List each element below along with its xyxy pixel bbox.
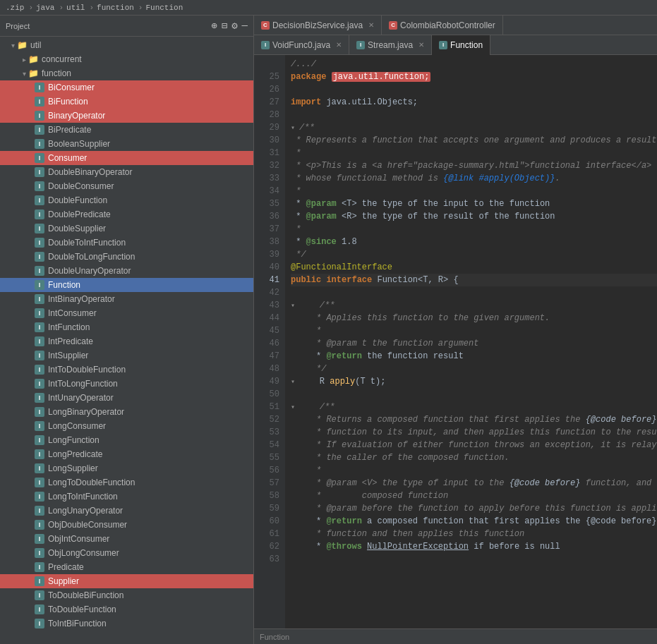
sidebar-item-DoubleSupplier[interactable]: IDoubleSupplier — [0, 221, 253, 236]
sidebar-item-label-Function: Function — [48, 280, 80, 290]
add-icon[interactable]: ⊕ — [211, 20, 217, 32]
sidebar-item-IntPredicate[interactable]: IIntPredicate — [0, 334, 253, 348]
sidebar-item-BiConsumer[interactable]: IBiConsumer — [0, 80, 253, 95]
sidebar-item-IntBinaryOperator[interactable]: IIntBinaryOperator — [0, 292, 253, 306]
sidebar-item-IntUnaryOperator[interactable]: IIntUnaryOperator — [0, 391, 253, 405]
sidebar-item-LongSupplier[interactable]: ILongSupplier — [0, 461, 253, 475]
sidebar-item-Predicate[interactable]: IPredicate — [0, 560, 253, 574]
sidebar-item-IntSupplier[interactable]: IIntSupplier — [0, 348, 253, 363]
title-function: function — [97, 4, 134, 12]
tab-icon-i1: I — [261, 41, 270, 49]
fold-icon[interactable]: ▾ — [291, 403, 299, 411]
icon-interface: I — [34, 519, 45, 530]
sidebar-item-DoublePredicate[interactable]: IDoublePredicate — [0, 207, 253, 221]
tab-icon-c: C — [261, 21, 270, 30]
icon-interface: I — [34, 505, 45, 516]
sidebar-item-label-IntConsumer: IntConsumer — [48, 308, 97, 318]
sidebar-item-IntToDoubleFunction[interactable]: IIntToDoubleFunction — [0, 363, 253, 377]
line-number-36: 36 — [254, 210, 285, 223]
sidebar-item-Function[interactable]: IFunction — [0, 278, 253, 292]
code-editor[interactable]: 2526272829303132333435363738394041424344… — [254, 55, 657, 628]
close-icon[interactable]: — — [242, 20, 248, 32]
sidebar-item-label-DoubleUnaryOperator: DoubleUnaryOperator — [48, 266, 131, 276]
tab-bar-2: I VoidFunc0.java ✕ I Stream.java ✕ I Fun… — [254, 35, 657, 55]
sidebar-item-label-IntFunction: IntFunction — [48, 322, 90, 332]
sidebar-item-BiFunction[interactable]: IBiFunction — [0, 95, 253, 109]
sidebar-item-Supplier[interactable]: ISupplier — [0, 574, 253, 588]
sidebar-item-concurrent[interactable]: ▸ 📁concurrent — [0, 52, 253, 66]
tab-ColombiaRobot[interactable]: C ColombiaRobotController — [382, 16, 503, 35]
sidebar-item-LongConsumer[interactable]: ILongConsumer — [0, 419, 253, 433]
fold-icon[interactable]: ▾ — [291, 124, 299, 132]
line-number-61: 61 — [254, 528, 285, 540]
sidebar-item-label-LongUnaryOperator: LongUnaryOperator — [48, 506, 123, 516]
code-line-53: * function to its input, and then applie… — [291, 426, 657, 439]
code-line-ellipsis: /.../ — [291, 58, 657, 71]
sidebar-item-DoubleToLongFunction[interactable]: IDoubleToLongFunction — [0, 250, 253, 264]
sidebar-item-LongPredicate[interactable]: ILongPredicate — [0, 447, 253, 461]
sidebar-item-ToDoubleFunction[interactable]: IToDoubleFunction — [0, 602, 253, 616]
fold-icon[interactable]: ▾ — [291, 378, 299, 386]
tab-DecisionBizService[interactable]: C DecisionBizService.java ✕ — [254, 16, 382, 35]
fold-icon[interactable]: ▾ — [291, 302, 299, 310]
sidebar-item-IntConsumer[interactable]: IIntConsumer — [0, 306, 253, 320]
sidebar-item-label-IntToDoubleFunction: IntToDoubleFunction — [48, 365, 126, 375]
sidebar-item-IntToLongFunction[interactable]: IIntToLongFunction — [0, 377, 253, 391]
tab-Function[interactable]: I Function — [432, 35, 490, 55]
sidebar-item-DoubleToIntFunction[interactable]: IDoubleToIntFunction — [0, 236, 253, 250]
icon-interface: I — [34, 576, 45, 587]
line-number-45: 45 — [254, 324, 285, 337]
tab-close3[interactable]: ✕ — [418, 41, 424, 49]
sidebar-item-BiPredicate[interactable]: IBiPredicate — [0, 123, 253, 137]
icon-interface: I — [34, 491, 45, 502]
icon-interface: I — [34, 463, 45, 474]
sidebar-item-Consumer[interactable]: IConsumer — [0, 151, 253, 165]
sidebar-item-ObjDoubleConsumer[interactable]: IObjDoubleConsumer — [0, 518, 253, 532]
icon-interface: I — [34, 265, 45, 277]
icon-interface: I — [34, 110, 45, 121]
chevron-icon: ▾ — [23, 70, 26, 78]
sidebar-item-ToIntBiFunction[interactable]: IToIntBiFunction — [0, 616, 253, 631]
sidebar-item-LongFunction[interactable]: ILongFunction — [0, 433, 253, 447]
code-line-60: * @return a composed function that first… — [291, 515, 657, 528]
sidebar-item-IntFunction[interactable]: IIntFunction — [0, 320, 253, 334]
sidebar-item-label-DoubleSupplier: DoubleSupplier — [48, 224, 106, 233]
code-line-37: * — [291, 223, 657, 236]
tab-close2[interactable]: ✕ — [336, 41, 342, 49]
sidebar-item-ToDoubleBiFunction[interactable]: IToDoubleBiFunction — [0, 588, 253, 602]
code-line-58: * composed function — [291, 490, 657, 502]
main-layout: Project ⊕ ⊟ ⚙ — ▾ 📁util▸ 📁concurrent▾ 📁f… — [0, 16, 657, 644]
icon-interface: I — [34, 124, 45, 135]
sidebar-item-DoubleFunction[interactable]: IDoubleFunction — [0, 193, 253, 207]
line-number-ellipsis — [254, 58, 285, 71]
collapse-icon[interactable]: ⊟ — [222, 20, 227, 32]
code-line-40: @FunctionalInterface — [291, 261, 657, 274]
icon-interface: I — [34, 547, 45, 559]
sidebar-item-label-concurrent: concurrent — [42, 54, 82, 64]
sidebar-item-LongToDoubleFunction[interactable]: ILongToDoubleFunction — [0, 475, 253, 490]
icon-interface: I — [34, 406, 45, 418]
settings-icon[interactable]: ⚙ — [231, 20, 237, 32]
sidebar-item-ObjIntConsumer[interactable]: IObjIntConsumer — [0, 532, 253, 546]
sidebar-item-BooleanSupplier[interactable]: IBooleanSupplier — [0, 137, 253, 151]
sidebar-item-ObjLongConsumer[interactable]: IObjLongConsumer — [0, 546, 253, 560]
sidebar-item-DoubleBinaryOperator[interactable]: IDoubleBinaryOperator — [0, 165, 253, 179]
tab-icon-c2: C — [389, 21, 397, 30]
sidebar-item-DoubleConsumer[interactable]: IDoubleConsumer — [0, 179, 253, 193]
sidebar-item-LongUnaryOperator[interactable]: ILongUnaryOperator — [0, 504, 253, 518]
sidebar-item-DoubleUnaryOperator[interactable]: IDoubleUnaryOperator — [0, 264, 253, 278]
tab-VoidFunc0[interactable]: I VoidFunc0.java ✕ — [254, 35, 349, 55]
sidebar-item-LongToIntFunction[interactable]: ILongToIntFunction — [0, 490, 253, 504]
sidebar-item-util[interactable]: ▾ 📁util — [0, 38, 253, 52]
icon-interface: I — [34, 166, 45, 178]
tab-Stream[interactable]: I Stream.java ✕ — [349, 35, 432, 55]
sidebar-item-function[interactable]: ▾ 📁function — [0, 66, 253, 80]
line-number-28: 28 — [254, 109, 285, 121]
tab-close[interactable]: ✕ — [368, 21, 374, 29]
line-number-53: 53 — [254, 426, 285, 439]
sidebar-item-BinaryOperator[interactable]: IBinaryOperator — [0, 109, 253, 123]
title-Function: Function — [145, 4, 183, 12]
sidebar-item-LongBinaryOperator[interactable]: ILongBinaryOperator — [0, 405, 253, 419]
line-number-42: 42 — [254, 286, 285, 299]
line-number-40: 40 — [254, 261, 285, 274]
